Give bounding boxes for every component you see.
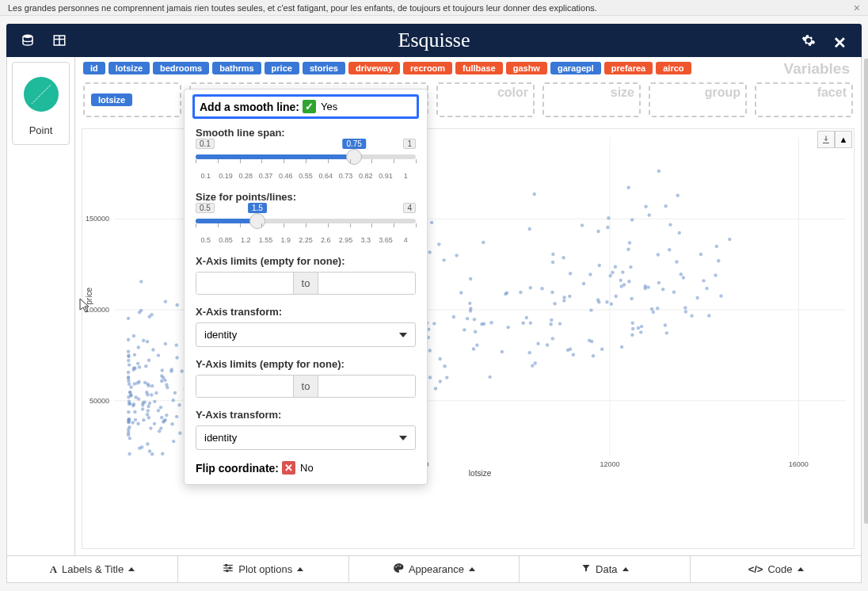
xtrans-select[interactable]: identity	[196, 322, 416, 347]
svg-point-249	[562, 296, 565, 299]
svg-point-407	[596, 298, 600, 301]
svg-point-77	[466, 317, 469, 320]
svg-point-410	[134, 395, 137, 398]
ylim-from-input[interactable]	[196, 376, 293, 397]
aes-group-box[interactable]: group	[649, 82, 747, 117]
size-slider[interactable]: 0.5 1.5 4 0.50.851.21.551.92.252.62.953.…	[196, 208, 416, 244]
flip-checkbox[interactable]: ✕	[282, 461, 295, 475]
svg-point-332	[165, 414, 168, 417]
svg-point-445	[399, 566, 401, 567]
aes-x-box[interactable]: lotsize	[83, 82, 181, 117]
plot-options-popover: Add a smooth line: ✓ Yes Smooth line spa…	[184, 89, 428, 485]
svg-text:price: price	[85, 288, 93, 305]
svg-point-237	[504, 292, 507, 296]
svg-point-304	[529, 321, 532, 324]
svg-point-124	[630, 218, 634, 221]
xlim-to-input[interactable]	[318, 273, 415, 294]
svg-point-391	[146, 393, 149, 396]
svg-point-164	[656, 307, 659, 310]
svg-point-413	[428, 250, 431, 254]
var-pill-id[interactable]: id	[83, 62, 105, 74]
svg-point-133	[128, 363, 131, 366]
database-icon[interactable]	[21, 33, 35, 48]
svg-text:lotsize: lotsize	[469, 469, 492, 478]
var-pill-recroom[interactable]: recroom	[403, 62, 452, 74]
svg-point-137	[172, 440, 175, 443]
svg-point-57	[678, 231, 681, 234]
tab-appearance[interactable]: Appearance	[349, 556, 520, 582]
var-pill-prefarea[interactable]: prefarea	[604, 62, 653, 74]
svg-point-241	[569, 272, 572, 275]
table-icon[interactable]	[52, 33, 67, 48]
var-pill-bathrms[interactable]: bathrms	[212, 62, 261, 74]
tab-code[interactable]: </>Code	[691, 556, 861, 582]
svg-point-399	[568, 295, 571, 298]
tab-plot-options[interactable]: Plot options	[178, 556, 349, 582]
variables-title: Variables	[784, 60, 850, 78]
svg-point-163	[672, 290, 676, 293]
geom-point-card[interactable]: Point	[12, 62, 70, 145]
xlim-from-input[interactable]	[196, 273, 293, 294]
var-pill-bedrooms[interactable]: bedrooms	[153, 62, 209, 74]
svg-point-90	[695, 296, 699, 299]
quote-text: Les grandes personnes ne comprennent jam…	[8, 3, 597, 13]
svg-point-157	[159, 406, 162, 409]
svg-point-110	[127, 433, 130, 437]
svg-point-191	[626, 248, 630, 251]
svg-point-169	[134, 418, 137, 421]
gear-icon[interactable]	[801, 33, 816, 48]
svg-point-444	[398, 565, 399, 566]
ytrans-select[interactable]: identity	[196, 425, 416, 450]
svg-point-152	[452, 315, 455, 318]
var-pill-garagepl[interactable]: garagepl	[550, 62, 601, 74]
svg-point-177	[158, 429, 161, 433]
xtrans-label: X-Axis transform:	[196, 306, 416, 318]
svg-point-87	[136, 362, 139, 365]
var-pill-price[interactable]: price	[265, 62, 299, 74]
tab-data[interactable]: Data	[520, 556, 691, 582]
svg-point-298	[128, 391, 131, 394]
svg-point-147	[702, 279, 705, 282]
app-title: Esquisse	[398, 29, 470, 52]
code-icon: </>	[748, 563, 763, 575]
var-pill-gashw[interactable]: gashw	[506, 62, 547, 74]
var-pill-fullbase[interactable]: fullbase	[455, 62, 503, 74]
svg-point-92	[137, 345, 140, 349]
svg-point-409	[472, 347, 475, 350]
svg-text:12000: 12000	[600, 460, 619, 468]
svg-point-279	[127, 376, 130, 379]
var-pill-stories[interactable]: stories	[303, 62, 345, 74]
svg-point-350	[627, 280, 630, 283]
svg-point-236	[588, 273, 592, 276]
svg-point-218	[489, 321, 493, 324]
var-pill-lotsize[interactable]: lotsize	[108, 62, 150, 74]
close-app-icon[interactable]: ✕	[833, 33, 847, 48]
svg-point-73	[715, 245, 718, 248]
span-slider[interactable]: 0.1 0.75 1 0.10.190.280.370.460.550.640.…	[196, 143, 416, 180]
svg-point-259	[128, 402, 131, 405]
aes-x-pill[interactable]: lotsize	[91, 93, 132, 106]
smooth-checkbox[interactable]: ✓	[303, 100, 316, 113]
svg-point-257	[147, 405, 150, 408]
aes-color-box[interactable]: color	[436, 82, 535, 117]
var-pill-airco[interactable]: airco	[656, 62, 691, 74]
svg-point-361	[549, 322, 552, 326]
svg-point-392	[443, 364, 446, 368]
svg-point-346	[668, 223, 672, 226]
svg-point-93	[177, 403, 181, 406]
svg-point-322	[127, 410, 130, 414]
svg-point-214	[160, 416, 163, 419]
tab-labels-title[interactable]: ALabels & Title	[7, 556, 178, 582]
ylim-to-input[interactable]	[318, 376, 415, 397]
close-icon[interactable]: ×	[854, 2, 860, 14]
svg-point-211	[620, 345, 623, 349]
svg-point-150	[614, 265, 617, 269]
svg-point-40	[562, 299, 565, 302]
svg-point-238	[482, 241, 485, 244]
svg-point-205	[699, 253, 702, 256]
scrollbar[interactable]	[864, 59, 868, 524]
aes-size-box[interactable]: size	[542, 82, 641, 117]
var-pill-driveway[interactable]: driveway	[348, 62, 400, 74]
svg-point-0	[23, 35, 32, 39]
aes-facet-box[interactable]: facet	[755, 82, 853, 117]
